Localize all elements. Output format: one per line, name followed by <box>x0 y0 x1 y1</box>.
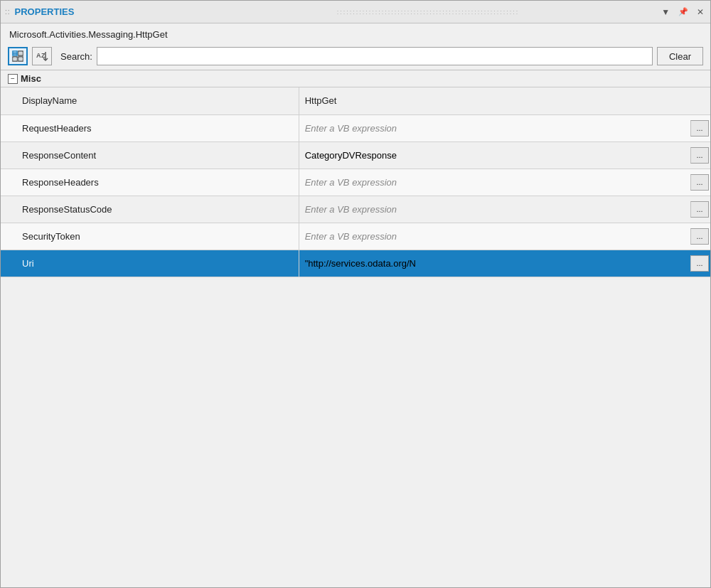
category-view-button[interactable] <box>8 47 28 65</box>
table-row[interactable]: DisplayNameHttpGet <box>1 87 710 114</box>
search-input[interactable] <box>97 47 653 65</box>
property-name: Uri <box>1 250 299 277</box>
misc-section-header: − Misc <box>1 70 710 87</box>
property-name: ResponseContent <box>1 141 299 169</box>
pin-icon[interactable]: 📌 <box>676 6 690 17</box>
property-value-cell: Enter a VB expression... <box>299 196 710 223</box>
property-value-wrapper: "http://services.odata.org/N... <box>299 254 710 273</box>
properties-table-container: DisplayNameHttpGetRequestHeadersEnter a … <box>1 87 710 587</box>
property-value-text: CategoryDVResponse <box>299 146 689 165</box>
property-value-wrapper: CategoryDVResponse... <box>299 146 710 165</box>
property-ellipsis-button[interactable]: ... <box>690 201 709 218</box>
property-value-text: Enter a VB expression <box>299 119 689 138</box>
category-view-icon <box>12 50 23 63</box>
property-value-cell: CategoryDVResponse... <box>299 141 710 169</box>
property-value-text: Enter a VB expression <box>299 227 689 246</box>
search-label: Search: <box>60 51 92 62</box>
property-value-cell: Enter a VB expression... <box>299 114 710 141</box>
panel-title: PROPERTIES <box>15 6 333 17</box>
svg-rect-5 <box>18 53 23 54</box>
property-ellipsis-button[interactable]: ... <box>690 147 709 164</box>
property-ellipsis-button[interactable]: ... <box>690 255 709 272</box>
alphabetical-view-icon: A Z <box>36 50 48 63</box>
svg-rect-7 <box>13 58 17 59</box>
section-collapse-toggle[interactable]: − <box>8 74 18 84</box>
toolbar: A Z Search: Clear <box>1 44 710 70</box>
table-row[interactable]: ResponseContentCategoryDVResponse... <box>1 141 710 169</box>
property-value-wrapper: Enter a VB expression... <box>299 119 710 138</box>
property-value-text: Enter a VB expression <box>299 200 689 219</box>
properties-panel: :: PROPERTIES ::::::::::::::::::::::::::… <box>0 0 711 588</box>
title-dots: ::::::::::::::::::::::::::::::::::::::::… <box>337 9 655 16</box>
title-bar: :: PROPERTIES ::::::::::::::::::::::::::… <box>1 1 710 23</box>
property-value-cell: HttpGet <box>299 87 710 114</box>
drag-handle: :: <box>5 8 11 16</box>
property-ellipsis-button[interactable]: ... <box>690 120 709 137</box>
svg-rect-4 <box>18 53 23 53</box>
svg-rect-2 <box>13 53 17 54</box>
svg-rect-8 <box>13 59 17 60</box>
table-row[interactable]: ResponseHeadersEnter a VB expression... <box>1 169 710 196</box>
dropdown-icon[interactable]: ▼ <box>659 6 672 18</box>
table-row[interactable]: Uri"http://services.odata.org/N... <box>1 250 710 277</box>
property-value-cell: Enter a VB expression... <box>299 223 710 250</box>
clear-button[interactable]: Clear <box>657 47 703 65</box>
section-title: Misc <box>21 73 41 84</box>
property-ellipsis-button[interactable]: ... <box>690 228 709 245</box>
table-row[interactable]: ResponseStatusCodeEnter a VB expression.… <box>1 196 710 223</box>
property-value-wrapper: Enter a VB expression... <box>299 173 710 192</box>
property-name: ResponseStatusCode <box>1 196 299 223</box>
property-value-wrapper: Enter a VB expression... <box>299 227 710 246</box>
property-name: ResponseHeaders <box>1 169 299 196</box>
property-name: RequestHeaders <box>1 114 299 141</box>
property-value-text: HttpGet <box>299 91 710 110</box>
property-value-cell: "http://services.odata.org/N... <box>299 250 710 277</box>
svg-text:Z: Z <box>41 52 46 59</box>
property-name: DisplayName <box>1 87 299 114</box>
svg-rect-1 <box>13 53 17 53</box>
property-ellipsis-button[interactable]: ... <box>690 174 709 191</box>
svg-text:A: A <box>36 52 41 59</box>
alphabetical-view-button[interactable]: A Z <box>32 47 52 65</box>
table-row[interactable]: RequestHeadersEnter a VB expression... <box>1 114 710 141</box>
property-value-text: Enter a VB expression <box>299 173 689 192</box>
svg-rect-11 <box>18 59 23 60</box>
svg-rect-10 <box>18 58 23 59</box>
property-value-text: "http://services.odata.org/N <box>299 254 689 273</box>
property-value-wrapper: Enter a VB expression... <box>299 200 710 219</box>
properties-table: DisplayNameHttpGetRequestHeadersEnter a … <box>1 87 710 277</box>
property-value-cell: Enter a VB expression... <box>299 169 710 196</box>
close-icon[interactable]: ✕ <box>695 6 706 18</box>
table-row[interactable]: SecurityTokenEnter a VB expression... <box>1 223 710 250</box>
property-name: SecurityToken <box>1 223 299 250</box>
activity-type-label: Microsoft.Activities.Messaging.HttpGet <box>1 23 710 44</box>
